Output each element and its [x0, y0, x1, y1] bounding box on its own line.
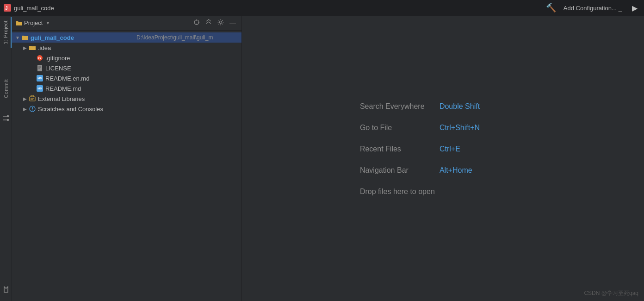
watermark: CSDN @学习至死qaq [584, 289, 638, 297]
license-icon [36, 64, 43, 72]
shortcut-go-to-file: Go to File Ctrl+Shift+N [360, 124, 480, 132]
project-panel: Project ▼ — [12, 16, 242, 301]
panel-header: Project ▼ — [12, 16, 242, 31]
readme-label: README.md [45, 85, 240, 92]
panel-title-label: Project [24, 19, 43, 26]
crosshair-button[interactable] [192, 18, 202, 28]
scratches-icon [29, 105, 36, 113]
ext-libs-label: External Libraries [38, 95, 240, 102]
gitignore-icon: G [36, 54, 43, 62]
panel-dropdown-icon[interactable]: ▼ [45, 20, 50, 25]
root-arrow [14, 34, 21, 41]
window-title: guli_mall_code [14, 5, 54, 12]
shortcut-recent-files: Recent Files Ctrl+E [360, 145, 460, 153]
title-bar-left: J guli_mall_code [4, 4, 54, 12]
readme-en-label: README.en.md [45, 75, 240, 82]
idea-label: .idea [38, 44, 240, 51]
ext-libs-icon [29, 95, 36, 102]
title-bar: J guli_mall_code 🔨 Add Configuration... … [0, 0, 644, 16]
search-everywhere-key: Double Shift [440, 102, 480, 111]
scratches-label: Scratches and Consoles [38, 106, 240, 113]
idea-folder-icon [29, 44, 36, 51]
root-path: D:\IdeaProject\guli_mall\guli_m [136, 34, 240, 41]
readme-icon: MD [36, 85, 43, 92]
gitignore-label: .gitignore [45, 55, 240, 62]
shortcuts-panel: Search Everywhere Double Shift Go to Fil… [360, 102, 480, 196]
tree-root[interactable]: guli_mall_code D:\IdeaProject\guli_mall\… [12, 32, 242, 43]
root-name: guli_mall_code [31, 34, 134, 41]
search-everywhere-label: Search Everywhere [360, 102, 434, 111]
tab-structure-label [3, 115, 9, 121]
tab-project-label: 1: Project [3, 20, 8, 44]
svg-rect-15 [37, 65, 42, 71]
body-row: 1: Project Commit Project [0, 16, 644, 301]
drop-files-text: Drop files here to open [360, 188, 435, 196]
scratches-arrow [21, 105, 29, 113]
tree-item-gitignore[interactable]: G .gitignore [12, 53, 242, 63]
minimize-panel-button[interactable]: — [228, 19, 238, 28]
tree-item-ext-libs[interactable]: External Libraries [12, 94, 242, 104]
shortcut-drop-files: Drop files here to open [360, 188, 435, 196]
go-to-file-key: Ctrl+Shift+N [440, 124, 480, 132]
app-icon: J [4, 4, 11, 12]
svg-rect-3 [7, 115, 9, 117]
root-folder-icon [21, 34, 29, 41]
recent-files-label: Recent Files [360, 145, 434, 153]
recent-files-key: Ctrl+E [440, 145, 460, 153]
idea-arrow [21, 44, 29, 51]
shortcut-navigation-bar: Navigation Bar Alt+Home [360, 166, 472, 175]
hammer-icon[interactable]: 🔨 [546, 3, 556, 13]
panel-folder-icon [16, 20, 22, 26]
svg-point-12 [220, 21, 222, 24]
go-to-file-label: Go to File [360, 124, 434, 132]
svg-text:J: J [5, 6, 8, 11]
navigation-bar-key: Alt+Home [440, 166, 472, 175]
svg-point-27 [32, 110, 33, 111]
tree-item-readme[interactable]: MD README.md [12, 83, 242, 94]
tab-commit-label: Commit [3, 79, 9, 98]
tab-structure[interactable] [0, 111, 12, 125]
tree-item-readme-en[interactable]: MD README.en.md [12, 73, 242, 83]
svg-marker-6 [4, 287, 8, 292]
panel-title-area: Project ▼ [16, 19, 189, 26]
svg-rect-2 [7, 119, 9, 121]
content-area: Search Everywhere Double Shift Go to Fil… [242, 16, 644, 301]
license-label: LICENSE [45, 65, 240, 72]
tree-item-license[interactable]: LICENSE [12, 63, 242, 73]
navigation-bar-label: Navigation Bar [360, 166, 434, 175]
tab-bookmark[interactable] [0, 282, 12, 296]
panel-actions: — [192, 18, 238, 28]
title-bar-right: 🔨 Add Configuration... _ ▶ [546, 2, 640, 14]
add-configuration-button[interactable]: Add Configuration... _ [560, 3, 625, 13]
add-config-underscore: _ [619, 5, 622, 12]
tab-project[interactable]: 1: Project [0, 17, 12, 48]
tree-item-idea[interactable]: .idea [12, 43, 242, 53]
ext-libs-arrow [21, 95, 29, 102]
run-button[interactable]: ▶ [629, 2, 640, 14]
shortcut-search-everywhere: Search Everywhere Double Shift [360, 102, 480, 111]
tree-item-scratches[interactable]: Scratches and Consoles [12, 104, 242, 114]
collapse-button[interactable] [204, 18, 214, 28]
tab-commit[interactable]: Commit [1, 75, 11, 102]
far-left-tabs: 1: Project Commit [0, 16, 12, 301]
add-config-label: Add Configuration... [564, 5, 617, 12]
svg-text:G: G [38, 56, 41, 60]
readme-en-icon: MD [36, 75, 43, 82]
settings-gear-button[interactable] [216, 18, 226, 28]
file-tree: guli_mall_code D:\IdeaProject\guli_mall\… [12, 31, 242, 301]
